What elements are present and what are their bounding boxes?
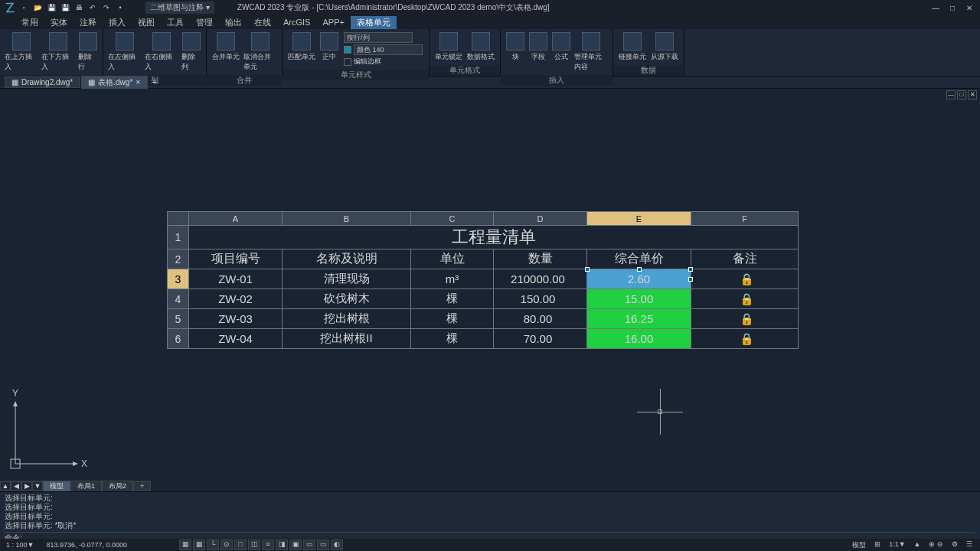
mdi-max-button[interactable]: □ <box>957 90 966 99</box>
qat-more-icon[interactable]: • <box>115 2 126 13</box>
table-corner[interactable] <box>168 212 189 226</box>
new-tab-button[interactable]: + <box>149 78 160 86</box>
style-by-rowcol-dropdown[interactable]: 按行/列 <box>344 32 413 43</box>
col-header-D[interactable]: D <box>494 212 587 226</box>
data-cell[interactable]: 🔒 <box>691 329 799 349</box>
qat-new-icon[interactable]: ▫ <box>18 2 29 13</box>
header-cell[interactable]: 备注 <box>691 249 799 269</box>
delete-row-button[interactable]: 删除行 <box>77 31 100 73</box>
data-cell[interactable]: 150.00 <box>494 289 587 309</box>
misc-toggle-2[interactable]: ▭ <box>317 540 329 550</box>
header-cell[interactable]: 项目编号 <box>189 249 283 269</box>
header-cell[interactable]: 单位 <box>411 249 494 269</box>
data-cell[interactable]: 砍伐树木 <box>283 289 411 309</box>
mdi-close-button[interactable]: ✕ <box>968 90 977 99</box>
tab-insert[interactable]: 插入 <box>103 16 132 29</box>
delete-col-button[interactable]: 删除列 <box>180 31 203 73</box>
header-cell[interactable]: 数量 <box>494 249 587 269</box>
alignment-button[interactable]: 正中 <box>318 31 341 64</box>
tab-common[interactable]: 常用 <box>15 16 44 29</box>
cell-lock-button[interactable]: 单元锁定 <box>433 31 465 64</box>
tab-annotate[interactable]: 注释 <box>74 16 103 29</box>
tab-view[interactable]: 视图 <box>132 16 161 29</box>
maximize-button[interactable]: □ <box>945 4 960 12</box>
header-cell[interactable]: 名称及说明 <box>283 249 411 269</box>
selection-grip-icon[interactable] <box>688 267 693 272</box>
row-header-3[interactable]: 3 <box>168 269 189 289</box>
settings-icon[interactable]: ⚙ <box>949 540 961 550</box>
tab-tools[interactable]: 工具 <box>161 16 190 29</box>
command-window[interactable]: 选择目标单元: 选择目标单元: 选择目标单元: 选择目标单元: *取消* 命令: <box>0 491 980 539</box>
close-button[interactable]: ✕ <box>962 4 977 12</box>
link-cell-button[interactable]: 链接单元 <box>616 31 648 64</box>
data-cell[interactable]: 🔒 <box>691 309 799 329</box>
layout-nav-next[interactable]: ▶ <box>21 481 32 491</box>
data-cell[interactable]: m³ <box>411 269 494 289</box>
layout-tab-2[interactable]: 布局2 <box>102 481 133 492</box>
data-cell[interactable]: 80.00 <box>494 309 587 329</box>
doc-tab-drawing2[interactable]: ▦ Drawing2.dwg* <box>5 77 80 88</box>
selection-grip-icon[interactable] <box>688 277 693 282</box>
selection-grip-icon[interactable] <box>585 267 590 272</box>
match-cell-button[interactable]: 匹配单元 <box>286 31 318 64</box>
col-header-C[interactable]: C <box>411 212 494 226</box>
tab-output[interactable]: 输出 <box>219 16 248 29</box>
data-format-button[interactable]: 数据格式 <box>465 31 497 64</box>
row-header-2[interactable]: 2 <box>168 249 189 269</box>
data-cell-selected[interactable]: 15.00 <box>587 289 691 309</box>
insert-row-above-button[interactable]: 在上方插入 <box>3 31 40 73</box>
osnap-toggle[interactable]: □ <box>234 540 247 550</box>
layout-tab-model[interactable]: 模型 <box>43 481 70 492</box>
insert-row-below-button[interactable]: 在下方插入 <box>40 31 77 73</box>
layout-tab-add[interactable]: + <box>133 481 151 491</box>
data-cell[interactable]: 棵 <box>411 309 494 329</box>
drawing-table[interactable]: A B C D E F 1 工程量清单 2 项目编号 名称及说明 单位 数量 综… <box>167 211 799 349</box>
insert-block-button[interactable]: 块 <box>504 31 527 64</box>
misc-toggle-1[interactable]: ▭ <box>303 540 315 550</box>
scale-dropdown[interactable]: 1:1▼ <box>886 540 908 550</box>
qat-save-icon[interactable]: 💾 <box>46 2 57 13</box>
scale-readout[interactable]: 1 : 100▼ <box>0 541 40 549</box>
layout-nav-first[interactable]: ▲ <box>0 481 11 491</box>
col-header-A[interactable]: A <box>189 212 283 226</box>
data-cell[interactable]: 棵 <box>411 289 494 309</box>
grid-icon[interactable]: ⊞ <box>871 540 884 550</box>
grid-toggle[interactable]: ▦ <box>193 540 205 550</box>
layout-tab-1[interactable]: 布局1 <box>70 481 102 492</box>
col-header-B[interactable]: B <box>283 212 411 226</box>
data-cell[interactable]: 棵 <box>411 329 494 349</box>
row-header-5[interactable]: 5 <box>168 309 189 329</box>
header-cell[interactable]: 综合单价 <box>587 249 691 269</box>
mdi-min-button[interactable]: — <box>946 90 956 99</box>
data-cell[interactable]: ZW-04 <box>189 329 283 349</box>
cycle-toggle[interactable]: ▣ <box>289 540 302 550</box>
row-header-1[interactable]: 1 <box>168 226 189 249</box>
minimize-button[interactable]: — <box>928 4 943 12</box>
space-toggle[interactable]: 模型 <box>849 540 869 550</box>
qat-print-icon[interactable]: 🖶 <box>74 2 84 13</box>
ortho-toggle[interactable]: └ <box>207 540 219 550</box>
data-cell-selected[interactable]: 16.00 <box>587 329 691 349</box>
data-cell-selected[interactable]: 2.60 <box>587 269 691 289</box>
data-cell[interactable]: 挖出树根 <box>283 309 411 329</box>
polar-toggle[interactable]: ⊙ <box>220 540 233 550</box>
insert-col-left-button[interactable]: 在左侧插入 <box>106 31 143 73</box>
border-checkbox[interactable] <box>344 58 351 66</box>
tab-manage[interactable]: 管理 <box>190 16 219 29</box>
data-cell[interactable]: 🔒 <box>691 289 799 309</box>
edit-border-label[interactable]: 编辑边框 <box>354 57 381 67</box>
lweight-toggle[interactable]: ≡ <box>262 540 274 550</box>
tab-entity[interactable]: 实体 <box>44 16 74 29</box>
layout-nav-prev[interactable]: ◀ <box>11 481 21 491</box>
data-cell[interactable]: 🔒 <box>691 269 799 289</box>
row-header-6[interactable]: 6 <box>168 329 189 349</box>
qat-saveas-icon[interactable]: 💾 <box>60 2 70 13</box>
col-header-F[interactable]: F <box>691 212 799 226</box>
data-cell-selected[interactable]: 16.25 <box>587 309 691 329</box>
insert-col-right-button[interactable]: 在右侧插入 <box>143 31 180 73</box>
data-cell[interactable]: 210000.00 <box>494 269 587 289</box>
ucs-icon[interactable]: ▲ <box>911 540 924 550</box>
qat-open-icon[interactable]: 📂 <box>32 2 43 13</box>
dyn-toggle[interactable]: ◨ <box>276 540 288 550</box>
layout-nav-last[interactable]: ▼ <box>32 481 43 491</box>
